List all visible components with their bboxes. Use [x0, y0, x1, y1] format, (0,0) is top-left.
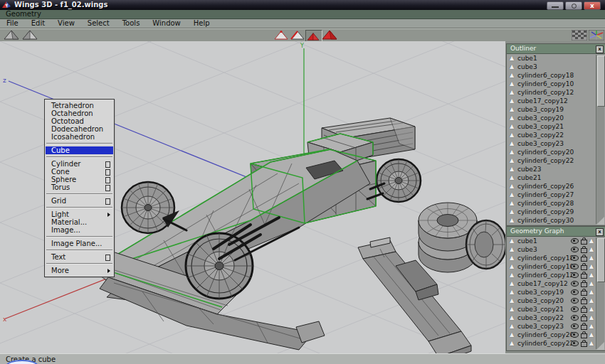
outliner-item[interactable]: ▲cylinder6_copy30 [507, 216, 605, 225]
visibility-eye-icon[interactable] [571, 315, 579, 321]
lock-icon[interactable] [581, 291, 587, 296]
menu-item-text[interactable]: Text [45, 253, 114, 261]
menu-item-tetrahedron[interactable]: Tetrahedron [45, 102, 114, 109]
lock-icon[interactable] [581, 240, 587, 245]
geometry-graph-scroll-thumb[interactable] [597, 238, 605, 282]
menu-item-dodecahedron[interactable]: Dodecahedron [45, 125, 114, 133]
menu-item-material[interactable]: Material... [45, 218, 114, 226]
menu-file[interactable]: File [0, 19, 25, 28]
menu-tools[interactable]: Tools [116, 19, 147, 28]
wire-toggle-icon[interactable]: ▲ [589, 262, 594, 271]
option-box-icon[interactable] [105, 161, 110, 168]
outliner-item[interactable]: ▲cylinder6_copy26 [507, 182, 605, 191]
visibility-eye-icon[interactable] [571, 306, 579, 312]
lock-icon[interactable] [581, 316, 587, 321]
menu-item-cylinder[interactable]: Cylinder [45, 160, 114, 168]
option-box-icon[interactable] [105, 198, 110, 205]
visibility-eye-icon[interactable] [571, 281, 579, 287]
lock-icon[interactable] [581, 325, 587, 330]
lock-icon[interactable] [581, 308, 587, 313]
geometry-graph-close-icon[interactable]: x [596, 228, 604, 236]
outliner-item[interactable]: ▲cube3 [507, 63, 605, 71]
option-box-icon[interactable] [105, 169, 110, 176]
visibility-eye-icon[interactable] [571, 272, 579, 278]
option-box-icon[interactable] [105, 177, 110, 183]
close-button[interactable] [584, 1, 601, 10]
outliner-item[interactable]: ▲cylinder6_copy10 [507, 80, 605, 88]
visibility-eye-icon[interactable] [571, 341, 579, 346]
wire-toggle-icon[interactable]: ▲ [589, 254, 594, 262]
option-box-icon[interactable] [105, 255, 110, 261]
outliner-item[interactable]: ▲cylinder6_copy20 [507, 148, 605, 156]
menu-select[interactable]: Select [81, 19, 116, 28]
visibility-eye-icon[interactable] [571, 238, 579, 244]
menu-item-sphere[interactable]: Sphere [45, 176, 114, 183]
menu-item-cone[interactable]: Cone [45, 168, 114, 176]
lock-icon[interactable] [581, 274, 587, 279]
geometry-graph-titlebar[interactable]: Geometry Graph x [507, 227, 605, 237]
menu-item-more[interactable]: More [45, 267, 114, 274]
outliner-item[interactable]: ▲cylinder6_copy27 [507, 191, 605, 199]
face-select-mode-button[interactable] [305, 30, 322, 42]
wire-toggle-icon[interactable]: ▲ [589, 331, 594, 339]
visibility-eye-icon[interactable] [571, 255, 579, 261]
outliner-scroll-thumb[interactable] [597, 55, 605, 107]
visibility-eye-icon[interactable] [571, 264, 579, 269]
outliner-item[interactable]: ▲cube17_copy12 [507, 97, 605, 105]
outliner-item[interactable]: ▲cylinder6_copy28 [507, 199, 605, 208]
menu-item-octotoad[interactable]: Octotoad [45, 117, 114, 125]
geometry-graph-item[interactable]: ▲cube1▲ [507, 237, 605, 245]
outliner-item[interactable]: ▲cylinder6_copy12 [507, 88, 605, 97]
wire-toggle-icon[interactable]: ▲ [589, 279, 594, 288]
lock-icon[interactable] [581, 299, 587, 304]
wire-toggle-icon[interactable]: ▲ [589, 271, 594, 279]
lock-icon[interactable] [581, 282, 587, 287]
menu-edit[interactable]: Edit [25, 19, 51, 28]
outliner-item[interactable]: ▲cylinder6_copy29 [507, 208, 605, 216]
pyramid-flat-icon[interactable] [4, 30, 19, 41]
outliner-item[interactable]: ▲cube3_copy21 [507, 122, 605, 131]
menu-item-image[interactable]: Image... [45, 226, 114, 234]
lock-icon[interactable] [581, 342, 587, 347]
vertex-select-mode-button[interactable] [273, 30, 289, 41]
wire-toggle-icon[interactable]: ▲ [589, 305, 594, 314]
geometry-graph-item[interactable]: ▲cube3_copy19▲ [507, 288, 605, 296]
outliner-item[interactable]: ▲cube1 [507, 54, 605, 63]
menu-window[interactable]: Window [146, 19, 186, 28]
rear-wheel[interactable] [377, 159, 421, 202]
menu-help[interactable]: Help [187, 19, 216, 28]
geometry-graph-item[interactable]: ▲cube3_copy20▲ [507, 296, 605, 305]
menu-item-torus[interactable]: Torus [45, 183, 114, 191]
outliner-item[interactable]: ▲cube3_copy20 [507, 114, 605, 122]
geometry-graph-item[interactable]: ▲cylinder6_copy10▲ [507, 262, 605, 271]
option-box-icon[interactable] [105, 185, 110, 191]
geometry-graph-item[interactable]: ▲cylinder6_copy22▲ [507, 339, 605, 348]
outliner-scrollbar[interactable] [596, 55, 604, 224]
upright-tire[interactable] [466, 220, 505, 269]
geometry-window-header[interactable]: Geometry [0, 10, 605, 19]
lock-icon[interactable] [581, 257, 587, 262]
wire-toggle-icon[interactable]: ▲ [589, 237, 594, 245]
menu-item-grid[interactable]: Grid [45, 197, 114, 205]
edge-select-mode-button[interactable] [290, 30, 305, 41]
outliner-resize-corner[interactable] [596, 217, 604, 225]
geometry-graph-item[interactable]: ▲cylinder6_copy20▲ [507, 331, 605, 339]
geometry-graph-item[interactable]: ▲cube3_copy23▲ [507, 322, 605, 331]
geometry-graph-item[interactable]: ▲cylinder6_copy12▲ [507, 271, 605, 279]
body-select-mode-button[interactable] [322, 30, 337, 41]
outliner-titlebar[interactable]: Outliner x [507, 44, 605, 54]
menu-view[interactable]: View [51, 19, 81, 28]
pyramid-smooth-icon[interactable] [22, 30, 38, 41]
front-right-wheel[interactable] [186, 233, 253, 299]
wire-toggle-icon[interactable]: ▲ [589, 296, 594, 305]
minimize-button[interactable] [547, 1, 564, 10]
outliner-item[interactable]: ▲cube3_copy22 [507, 131, 605, 139]
outliner-item[interactable]: ▲cube3_copy19 [507, 105, 605, 114]
visibility-eye-icon[interactable] [571, 247, 579, 252]
viewport-3d[interactable]: z Y x [0, 41, 505, 353]
title-bar[interactable]: Wings 3D - f1_02.wings [0, 0, 605, 10]
outliner-item[interactable]: ▲cylinder6_copy18 [507, 71, 605, 80]
outliner-item[interactable]: ▲cube21 [507, 173, 605, 182]
geometry-graph-item[interactable]: ▲cube17_copy12▲ [507, 279, 605, 288]
geometry-graph-item[interactable]: ▲cylinder6_copy18▲ [507, 254, 605, 262]
